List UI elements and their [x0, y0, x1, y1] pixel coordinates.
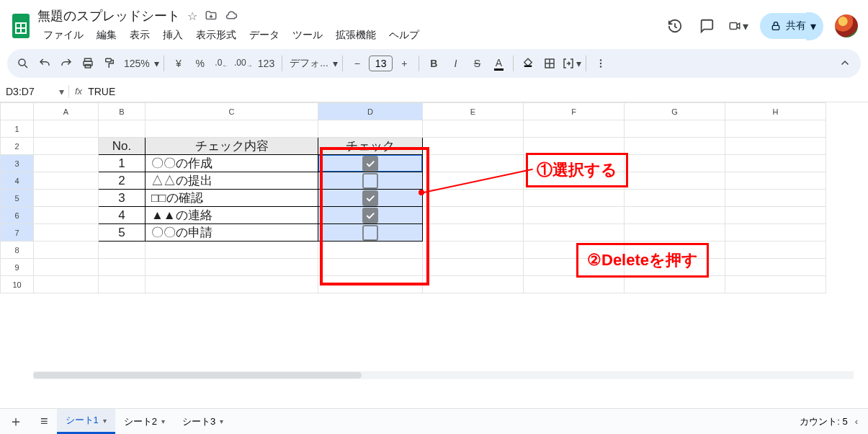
- borders-button[interactable]: [540, 53, 560, 74]
- sheet-tab-2[interactable]: シート2▾: [115, 409, 174, 434]
- col-header-H[interactable]: H: [725, 103, 826, 120]
- col-header-F[interactable]: F: [524, 103, 625, 120]
- row-header-5[interactable]: 5: [1, 190, 34, 207]
- strikethrough-button[interactable]: S: [467, 53, 487, 74]
- checkbox-icon[interactable]: [362, 156, 378, 172]
- decrease-decimal-button[interactable]: .0←: [212, 53, 232, 74]
- number-format-button[interactable]: 123: [255, 53, 277, 74]
- col-header-C[interactable]: C: [146, 103, 318, 120]
- sheet-tab-3[interactable]: シート3▾: [174, 409, 232, 434]
- sheet-tab-1[interactable]: シート1▾: [57, 409, 115, 434]
- font-select[interactable]: デフォ...▾: [287, 53, 338, 74]
- fontsize-decrease[interactable]: −: [347, 53, 367, 74]
- sheets-logo[interactable]: [10, 12, 32, 40]
- cell-no-1[interactable]: 1: [99, 155, 146, 172]
- user-avatar[interactable]: [835, 14, 858, 37]
- cell-check-3[interactable]: [318, 190, 423, 207]
- horizontal-scrollbar[interactable]: [33, 371, 854, 379]
- increase-decimal-button[interactable]: .00→: [233, 53, 254, 74]
- menu-tools[interactable]: ツール: [287, 26, 328, 45]
- cell-content-2[interactable]: △△の提出: [146, 172, 318, 190]
- paint-format-icon[interactable]: [99, 53, 120, 74]
- menu-format[interactable]: 表示形式: [190, 26, 242, 45]
- cell-check-2[interactable]: [318, 172, 423, 190]
- menu-insert[interactable]: 挿入: [157, 26, 189, 45]
- undo-icon[interactable]: [35, 53, 55, 74]
- select-all-corner[interactable]: [1, 103, 34, 120]
- doc-title[interactable]: 無題のスプレッドシート: [37, 7, 180, 25]
- name-box-dropdown[interactable]: ▾: [55, 86, 68, 97]
- table-header-content[interactable]: チェック内容: [146, 138, 318, 155]
- add-sheet-button[interactable]: ＋: [0, 409, 32, 434]
- row-header-6[interactable]: 6: [1, 207, 34, 224]
- merge-button[interactable]: ▾: [561, 53, 581, 74]
- svg-point-15: [600, 63, 601, 64]
- comment-icon[interactable]: [697, 16, 717, 36]
- menu-extensions[interactable]: 拡張機能: [330, 26, 382, 45]
- cell-no-2[interactable]: 2: [99, 172, 146, 190]
- checkbox-icon[interactable]: [362, 173, 378, 189]
- italic-button[interactable]: I: [445, 53, 465, 74]
- zoom-select[interactable]: 125%▾: [121, 53, 159, 74]
- explore-collapse-icon[interactable]: ‹: [855, 416, 858, 427]
- row-header-4[interactable]: 4: [1, 172, 34, 190]
- row-header-3[interactable]: 3: [1, 155, 34, 172]
- cell-content-4[interactable]: ▲▲の連絡: [146, 207, 318, 224]
- col-header-A[interactable]: A: [34, 103, 99, 120]
- row-header-7[interactable]: 7: [1, 224, 34, 242]
- redo-icon[interactable]: [56, 53, 76, 74]
- cell-check-5[interactable]: [318, 224, 423, 242]
- star-icon[interactable]: ☆: [187, 9, 197, 23]
- cell-check-4[interactable]: [318, 207, 423, 224]
- col-header-D[interactable]: D: [318, 103, 423, 120]
- text-color-button[interactable]: A: [488, 53, 509, 74]
- fx-icon: fx: [69, 86, 88, 97]
- menu-edit[interactable]: 編集: [91, 26, 122, 45]
- all-sheets-button[interactable]: ≡: [32, 409, 57, 434]
- table-header-check[interactable]: チェック: [318, 138, 423, 155]
- cell-no-3[interactable]: 3: [99, 190, 146, 207]
- history-icon[interactable]: [665, 16, 685, 36]
- table-header-no[interactable]: No.: [99, 138, 146, 155]
- col-header-E[interactable]: E: [423, 103, 524, 120]
- row-header-8[interactable]: 8: [1, 242, 34, 259]
- meet-icon[interactable]: ▾: [728, 16, 748, 36]
- name-box[interactable]: D3:D7: [0, 86, 55, 97]
- cell-content-1[interactable]: 〇〇の作成: [146, 155, 318, 172]
- menu-data[interactable]: データ: [243, 26, 285, 45]
- cell-content-5[interactable]: 〇〇の申請: [146, 224, 318, 242]
- cell-content-3[interactable]: □□の確認: [146, 190, 318, 207]
- menu-view[interactable]: 表示: [124, 26, 156, 45]
- fill-color-button[interactable]: [518, 53, 538, 74]
- search-icon[interactable]: [13, 53, 33, 74]
- fontsize-increase[interactable]: +: [394, 53, 414, 74]
- more-toolbar-icon[interactable]: [591, 53, 611, 74]
- percent-button[interactable]: %: [190, 53, 210, 74]
- cell-no-4[interactable]: 4: [99, 207, 146, 224]
- bold-button[interactable]: B: [424, 53, 444, 74]
- checkbox-icon[interactable]: [362, 225, 378, 241]
- cell-check-1[interactable]: [318, 155, 423, 172]
- grid-area[interactable]: A B C D E F G H 1 2 No. チェック内容 チェック 3 1 …: [0, 102, 868, 405]
- move-folder-icon[interactable]: [205, 9, 218, 22]
- row-header-9[interactable]: 9: [1, 259, 34, 276]
- cloud-status-icon[interactable]: [225, 9, 238, 22]
- menu-help[interactable]: ヘルプ: [383, 26, 425, 45]
- svg-rect-5: [772, 25, 779, 30]
- fontsize-input[interactable]: 13: [369, 56, 393, 71]
- menu-file[interactable]: ファイル: [37, 26, 89, 45]
- row-header-1[interactable]: 1: [1, 120, 34, 138]
- row-header-2[interactable]: 2: [1, 138, 34, 155]
- cell-no-5[interactable]: 5: [99, 224, 146, 242]
- print-icon[interactable]: [78, 53, 98, 74]
- share-dropdown[interactable]: ▾: [806, 12, 823, 40]
- collapse-toolbar-icon[interactable]: [835, 53, 855, 74]
- formula-bar[interactable]: TRUE: [88, 86, 115, 97]
- status-count[interactable]: カウント: 5: [800, 415, 847, 428]
- checkbox-icon[interactable]: [362, 190, 378, 206]
- col-header-G[interactable]: G: [625, 103, 725, 120]
- row-header-10[interactable]: 10: [1, 276, 34, 293]
- checkbox-icon[interactable]: [362, 208, 378, 223]
- currency-button[interactable]: ¥: [169, 53, 189, 74]
- col-header-B[interactable]: B: [99, 103, 146, 120]
